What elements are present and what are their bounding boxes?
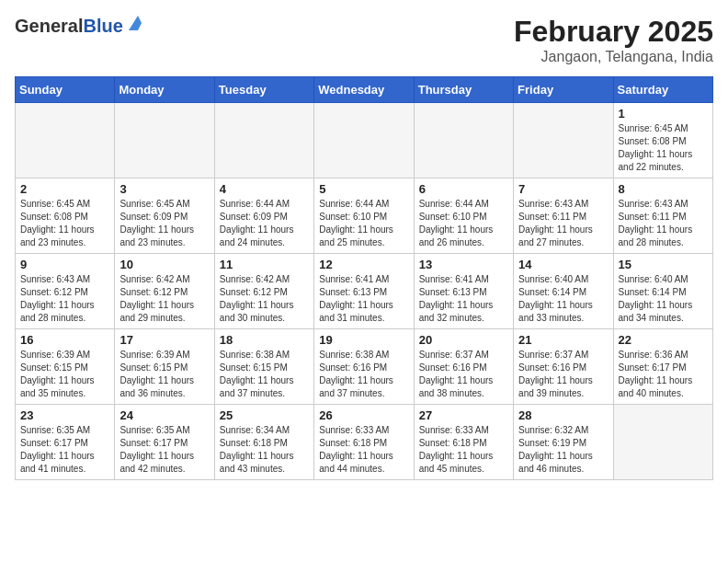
day-number: 4 bbox=[220, 182, 309, 196]
day-number: 19 bbox=[319, 333, 408, 347]
day-number: 13 bbox=[419, 258, 508, 271]
day-info: Sunrise: 6:35 AM Sunset: 6:17 PM Dayligh… bbox=[119, 424, 209, 476]
calendar-day-cell: 15Sunrise: 6:40 AM Sunset: 6:14 PM Dayli… bbox=[613, 254, 712, 329]
day-info: Sunrise: 6:34 AM Sunset: 6:18 PM Dayligh… bbox=[220, 424, 309, 476]
calendar-week-row: 23Sunrise: 6:35 AM Sunset: 6:17 PM Dayli… bbox=[16, 405, 713, 480]
calendar-day-cell: 11Sunrise: 6:42 AM Sunset: 6:12 PM Dayli… bbox=[214, 254, 313, 329]
day-number: 5 bbox=[319, 182, 408, 196]
calendar-day-cell: 4Sunrise: 6:44 AM Sunset: 6:09 PM Daylig… bbox=[214, 178, 313, 254]
day-number: 2 bbox=[20, 182, 109, 196]
calendar-day-cell: 20Sunrise: 6:37 AM Sunset: 6:16 PM Dayli… bbox=[414, 329, 513, 405]
logo-icon bbox=[125, 16, 142, 32]
weekday-header: Wednesday bbox=[314, 77, 414, 103]
calendar-day-cell: 24Sunrise: 6:35 AM Sunset: 6:17 PM Dayli… bbox=[115, 405, 214, 480]
day-info: Sunrise: 6:32 AM Sunset: 6:19 PM Dayligh… bbox=[518, 424, 608, 476]
calendar-day-cell: 22Sunrise: 6:36 AM Sunset: 6:17 PM Dayli… bbox=[613, 329, 712, 405]
day-number: 3 bbox=[119, 182, 209, 196]
title-section: February 2025 Jangaon, Telangana, India bbox=[514, 15, 713, 65]
weekday-header: Sunday bbox=[16, 77, 115, 103]
day-info: Sunrise: 6:36 AM Sunset: 6:17 PM Dayligh… bbox=[619, 349, 708, 400]
day-info: Sunrise: 6:45 AM Sunset: 6:08 PM Dayligh… bbox=[619, 122, 708, 174]
calendar-day-cell: 16Sunrise: 6:39 AM Sunset: 6:15 PM Dayli… bbox=[16, 329, 115, 405]
calendar-day-cell bbox=[414, 103, 513, 178]
day-info: Sunrise: 6:42 AM Sunset: 6:12 PM Dayligh… bbox=[220, 273, 309, 325]
day-number: 26 bbox=[319, 408, 408, 422]
svg-marker-0 bbox=[129, 16, 142, 30]
day-number: 20 bbox=[419, 333, 508, 347]
logo-general: GeneralBlue bbox=[15, 15, 123, 37]
day-number: 6 bbox=[419, 182, 508, 196]
weekday-header: Monday bbox=[115, 77, 214, 103]
day-info: Sunrise: 6:37 AM Sunset: 6:16 PM Dayligh… bbox=[419, 349, 508, 400]
calendar-day-cell: 28Sunrise: 6:32 AM Sunset: 6:19 PM Dayli… bbox=[514, 405, 613, 480]
weekday-header: Friday bbox=[514, 77, 613, 103]
day-number: 12 bbox=[319, 258, 408, 271]
day-info: Sunrise: 6:38 AM Sunset: 6:16 PM Dayligh… bbox=[319, 349, 408, 400]
weekday-header: Thursday bbox=[414, 77, 513, 103]
day-number: 16 bbox=[20, 333, 109, 347]
day-info: Sunrise: 6:35 AM Sunset: 6:17 PM Dayligh… bbox=[20, 424, 109, 476]
day-number: 23 bbox=[20, 408, 109, 422]
calendar-day-cell: 18Sunrise: 6:38 AM Sunset: 6:15 PM Dayli… bbox=[214, 329, 313, 405]
calendar-day-cell: 17Sunrise: 6:39 AM Sunset: 6:15 PM Dayli… bbox=[115, 329, 214, 405]
calendar-day-cell: 5Sunrise: 6:44 AM Sunset: 6:10 PM Daylig… bbox=[314, 178, 414, 254]
calendar-day-cell: 23Sunrise: 6:35 AM Sunset: 6:17 PM Dayli… bbox=[16, 405, 115, 480]
calendar-week-row: 9Sunrise: 6:43 AM Sunset: 6:12 PM Daylig… bbox=[16, 254, 713, 329]
day-info: Sunrise: 6:43 AM Sunset: 6:11 PM Dayligh… bbox=[518, 198, 608, 249]
calendar-week-row: 2Sunrise: 6:45 AM Sunset: 6:08 PM Daylig… bbox=[16, 178, 713, 254]
calendar-week-row: 16Sunrise: 6:39 AM Sunset: 6:15 PM Dayli… bbox=[16, 329, 713, 405]
calendar-day-cell: 19Sunrise: 6:38 AM Sunset: 6:16 PM Dayli… bbox=[314, 329, 414, 405]
day-info: Sunrise: 6:38 AM Sunset: 6:15 PM Dayligh… bbox=[220, 349, 309, 400]
weekday-header: Tuesday bbox=[214, 77, 313, 103]
calendar-day-cell: 8Sunrise: 6:43 AM Sunset: 6:11 PM Daylig… bbox=[613, 178, 712, 254]
calendar-day-cell bbox=[214, 103, 313, 178]
calendar-day-cell bbox=[514, 103, 613, 178]
day-info: Sunrise: 6:40 AM Sunset: 6:14 PM Dayligh… bbox=[518, 273, 608, 325]
day-number: 10 bbox=[119, 258, 209, 271]
calendar-day-cell: 25Sunrise: 6:34 AM Sunset: 6:18 PM Dayli… bbox=[214, 405, 313, 480]
calendar-day-cell: 6Sunrise: 6:44 AM Sunset: 6:10 PM Daylig… bbox=[414, 178, 513, 254]
calendar-day-cell bbox=[16, 103, 115, 178]
day-number: 22 bbox=[619, 333, 708, 347]
month-title: February 2025 bbox=[514, 15, 713, 49]
day-number: 7 bbox=[518, 182, 608, 196]
day-number: 14 bbox=[518, 258, 608, 271]
logo: GeneralBlue bbox=[15, 15, 142, 37]
calendar-day-cell: 10Sunrise: 6:42 AM Sunset: 6:12 PM Dayli… bbox=[115, 254, 214, 329]
calendar-day-cell: 27Sunrise: 6:33 AM Sunset: 6:18 PM Dayli… bbox=[414, 405, 513, 480]
calendar-day-cell: 7Sunrise: 6:43 AM Sunset: 6:11 PM Daylig… bbox=[514, 178, 613, 254]
day-number: 18 bbox=[220, 333, 309, 347]
day-info: Sunrise: 6:42 AM Sunset: 6:12 PM Dayligh… bbox=[119, 273, 209, 325]
day-number: 27 bbox=[419, 408, 508, 422]
calendar-day-cell bbox=[613, 405, 712, 480]
day-info: Sunrise: 6:40 AM Sunset: 6:14 PM Dayligh… bbox=[619, 273, 708, 325]
page-header: GeneralBlue February 2025 Jangaon, Telan… bbox=[15, 15, 713, 65]
calendar-day-cell: 12Sunrise: 6:41 AM Sunset: 6:13 PM Dayli… bbox=[314, 254, 414, 329]
location: Jangaon, Telangana, India bbox=[514, 49, 713, 65]
day-info: Sunrise: 6:39 AM Sunset: 6:15 PM Dayligh… bbox=[119, 349, 209, 400]
calendar-day-cell: 2Sunrise: 6:45 AM Sunset: 6:08 PM Daylig… bbox=[16, 178, 115, 254]
calendar-day-cell bbox=[314, 103, 414, 178]
day-info: Sunrise: 6:37 AM Sunset: 6:16 PM Dayligh… bbox=[518, 349, 608, 400]
day-number: 28 bbox=[518, 408, 608, 422]
calendar-day-cell: 3Sunrise: 6:45 AM Sunset: 6:09 PM Daylig… bbox=[115, 178, 214, 254]
calendar-day-cell: 26Sunrise: 6:33 AM Sunset: 6:18 PM Dayli… bbox=[314, 405, 414, 480]
day-info: Sunrise: 6:44 AM Sunset: 6:10 PM Dayligh… bbox=[419, 198, 508, 249]
day-info: Sunrise: 6:33 AM Sunset: 6:18 PM Dayligh… bbox=[319, 424, 408, 476]
calendar-day-cell: 13Sunrise: 6:41 AM Sunset: 6:13 PM Dayli… bbox=[414, 254, 513, 329]
calendar-day-cell: 14Sunrise: 6:40 AM Sunset: 6:14 PM Dayli… bbox=[514, 254, 613, 329]
weekday-header: Saturday bbox=[613, 77, 712, 103]
calendar-week-row: 1Sunrise: 6:45 AM Sunset: 6:08 PM Daylig… bbox=[16, 103, 713, 178]
day-info: Sunrise: 6:39 AM Sunset: 6:15 PM Dayligh… bbox=[20, 349, 109, 400]
day-info: Sunrise: 6:43 AM Sunset: 6:11 PM Dayligh… bbox=[619, 198, 708, 249]
day-info: Sunrise: 6:45 AM Sunset: 6:08 PM Dayligh… bbox=[20, 198, 109, 249]
day-number: 1 bbox=[619, 107, 708, 121]
calendar-day-cell: 1Sunrise: 6:45 AM Sunset: 6:08 PM Daylig… bbox=[613, 103, 712, 178]
calendar-day-cell: 9Sunrise: 6:43 AM Sunset: 6:12 PM Daylig… bbox=[16, 254, 115, 329]
day-info: Sunrise: 6:41 AM Sunset: 6:13 PM Dayligh… bbox=[319, 273, 408, 325]
calendar-day-cell bbox=[115, 103, 214, 178]
day-number: 9 bbox=[20, 258, 109, 271]
day-info: Sunrise: 6:43 AM Sunset: 6:12 PM Dayligh… bbox=[20, 273, 109, 325]
day-number: 15 bbox=[619, 258, 708, 271]
day-info: Sunrise: 6:33 AM Sunset: 6:18 PM Dayligh… bbox=[419, 424, 508, 476]
